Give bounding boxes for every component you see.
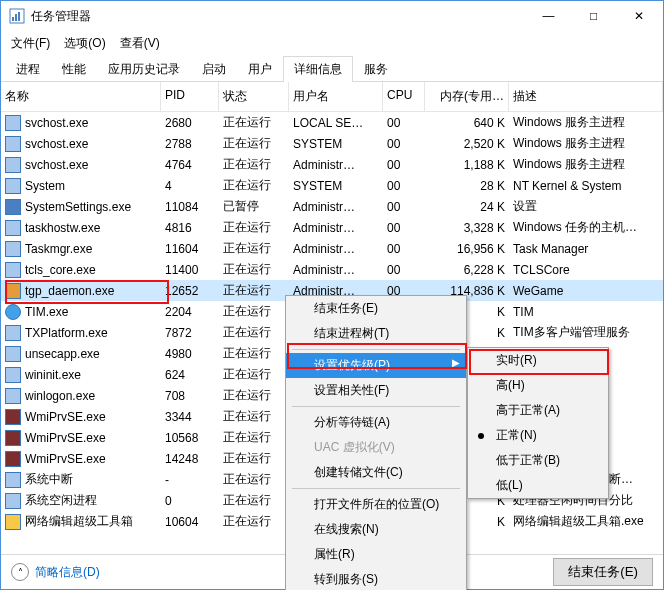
column-headers: 名称 PID 状态 用户名 CPU 内存(专用… 描述: [1, 82, 663, 112]
process-icon: [5, 325, 21, 341]
menubar: 文件(F) 选项(O) 查看(V): [1, 31, 663, 55]
submenu-item[interactable]: 实时(R): [468, 348, 608, 373]
menu-view[interactable]: 查看(V): [116, 33, 164, 54]
menu-file[interactable]: 文件(F): [7, 33, 54, 54]
menu-item[interactable]: 结束任务(E): [286, 296, 466, 321]
submenu-item[interactable]: 正常(N): [468, 423, 608, 448]
menu-item: UAC 虚拟化(V): [286, 435, 466, 460]
table-row[interactable]: Taskmgr.exe11604正在运行Administr…0016,956 K…: [1, 238, 663, 259]
process-icon: [5, 472, 21, 488]
process-name: TXPlatform.exe: [25, 326, 108, 340]
table-row[interactable]: svchost.exe2680正在运行LOCAL SE…00640 KWindo…: [1, 112, 663, 133]
table-row[interactable]: tcls_core.exe11400正在运行Administr…006,228 …: [1, 259, 663, 280]
process-icon: [5, 262, 21, 278]
col-mem[interactable]: 内存(专用…: [425, 82, 509, 111]
svg-rect-3: [18, 12, 20, 21]
process-name: svchost.exe: [25, 137, 88, 151]
col-cpu[interactable]: CPU: [383, 82, 425, 111]
priority-submenu: 实时(R)高(H)高于正常(A)正常(N)低于正常(B)低(L): [467, 347, 609, 499]
process-name: WmiPrvSE.exe: [25, 410, 106, 424]
tab-6[interactable]: 服务: [353, 56, 399, 82]
process-name: wininit.exe: [25, 368, 81, 382]
process-name: TIM.exe: [25, 305, 68, 319]
tab-5[interactable]: 详细信息: [283, 56, 353, 82]
menu-item[interactable]: 设置优先级(P): [286, 353, 466, 378]
process-icon: [5, 220, 21, 236]
process-name: tcls_core.exe: [25, 263, 96, 277]
process-name: System: [25, 179, 65, 193]
process-name: svchost.exe: [25, 158, 88, 172]
process-name: 系统空闲进程: [25, 492, 97, 509]
tab-0[interactable]: 进程: [5, 56, 51, 82]
process-icon: [5, 199, 21, 215]
end-task-button[interactable]: 结束任务(E): [553, 558, 653, 586]
process-name: unsecapp.exe: [25, 347, 100, 361]
svg-rect-2: [15, 14, 17, 21]
col-desc[interactable]: 描述: [509, 82, 663, 111]
process-name: svchost.exe: [25, 116, 88, 130]
window-title: 任务管理器: [31, 8, 526, 25]
minimize-button[interactable]: —: [526, 2, 571, 31]
table-row[interactable]: SystemSettings.exe11084已暂停Administr…0024…: [1, 196, 663, 217]
submenu-item[interactable]: 低于正常(B): [468, 448, 608, 473]
maximize-button[interactable]: □: [571, 2, 616, 31]
process-name: Taskmgr.exe: [25, 242, 92, 256]
submenu-item[interactable]: 高(H): [468, 373, 608, 398]
col-name[interactable]: 名称: [1, 82, 161, 111]
menu-item[interactable]: 在线搜索(N): [286, 517, 466, 542]
process-icon: [5, 304, 21, 320]
titlebar: 任务管理器 — □ ✕: [1, 1, 663, 31]
process-icon: [5, 178, 21, 194]
tabs: 进程性能应用历史记录启动用户详细信息服务: [1, 55, 663, 82]
menu-item[interactable]: 分析等待链(A): [286, 410, 466, 435]
col-status[interactable]: 状态: [219, 82, 289, 111]
svg-rect-1: [12, 17, 14, 21]
col-pid[interactable]: PID: [161, 82, 219, 111]
process-icon: [5, 241, 21, 257]
process-icon: [5, 514, 21, 530]
process-icon: [5, 157, 21, 173]
fewer-details-link[interactable]: 简略信息(D): [35, 564, 100, 581]
tab-3[interactable]: 启动: [191, 56, 237, 82]
table-row[interactable]: taskhostw.exe4816正在运行Administr…003,328 K…: [1, 217, 663, 238]
process-name: SystemSettings.exe: [25, 200, 131, 214]
process-name: WmiPrvSE.exe: [25, 431, 106, 445]
process-icon: [5, 430, 21, 446]
submenu-item[interactable]: 高于正常(A): [468, 398, 608, 423]
tab-2[interactable]: 应用历史记录: [97, 56, 191, 82]
tab-4[interactable]: 用户: [237, 56, 283, 82]
menu-options[interactable]: 选项(O): [60, 33, 109, 54]
process-name: taskhostw.exe: [25, 221, 100, 235]
process-icon: [5, 409, 21, 425]
context-menu: 结束任务(E)结束进程树(T)设置优先级(P)设置相关性(F)分析等待链(A)U…: [285, 295, 467, 590]
process-name: 系统中断: [25, 471, 73, 488]
process-icon: [5, 115, 21, 131]
menu-item[interactable]: 转到服务(S): [286, 567, 466, 590]
submenu-item[interactable]: 低(L): [468, 473, 608, 498]
process-name: winlogon.exe: [25, 389, 95, 403]
menu-item[interactable]: 创建转储文件(C): [286, 460, 466, 485]
menu-item[interactable]: 结束进程树(T): [286, 321, 466, 346]
process-icon: [5, 283, 21, 299]
chevron-up-icon[interactable]: ˄: [11, 563, 29, 581]
table-row[interactable]: System4正在运行SYSTEM0028 KNT Kernel & Syste…: [1, 175, 663, 196]
process-icon: [5, 346, 21, 362]
col-user[interactable]: 用户名: [289, 82, 383, 111]
process-icon: [5, 136, 21, 152]
menu-item[interactable]: 打开文件所在的位置(O): [286, 492, 466, 517]
process-icon: [5, 367, 21, 383]
process-name: 网络编辑超级工具箱: [25, 513, 133, 530]
table-row[interactable]: svchost.exe4764正在运行Administr…001,188 KWi…: [1, 154, 663, 175]
tab-1[interactable]: 性能: [51, 56, 97, 82]
menu-item[interactable]: 设置相关性(F): [286, 378, 466, 403]
process-icon: [5, 388, 21, 404]
close-button[interactable]: ✕: [616, 2, 661, 31]
menu-item[interactable]: 属性(R): [286, 542, 466, 567]
app-icon: [9, 8, 25, 24]
process-icon: [5, 451, 21, 467]
process-name: WmiPrvSE.exe: [25, 452, 106, 466]
process-name: tgp_daemon.exe: [25, 284, 114, 298]
table-row[interactable]: svchost.exe2788正在运行SYSTEM002,520 KWindow…: [1, 133, 663, 154]
process-icon: [5, 493, 21, 509]
